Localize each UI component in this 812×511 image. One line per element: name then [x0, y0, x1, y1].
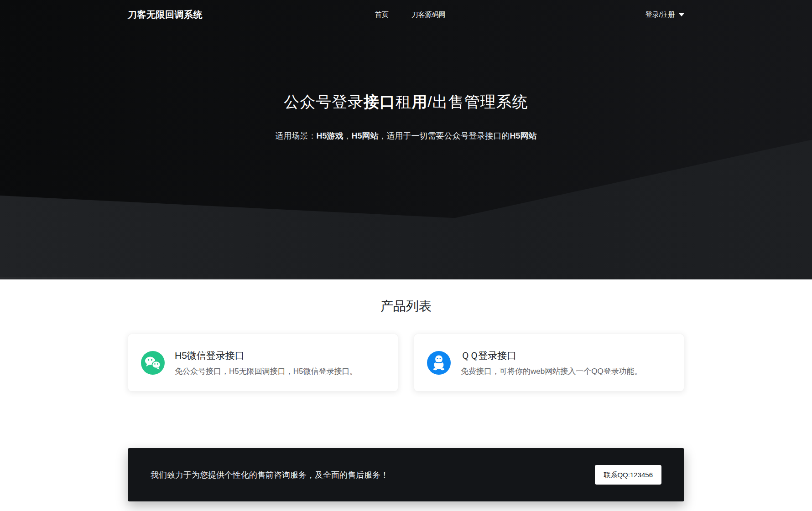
- qq-icon: [427, 351, 451, 375]
- nav-links: 首页 刀客源码网: [375, 0, 446, 29]
- contact-qq-button[interactable]: 联系QQ:123456: [595, 465, 661, 485]
- products-section: 产品列表 H5微信登录接口 免公众号接口，H5无限回调接口，H5微信登录接口。: [128, 279, 684, 392]
- hero-subtitle: 适用场景：H5游戏，H5网站，适用于一切需要公众号登录接口的H5网站: [0, 130, 812, 142]
- hero-section: 刀客无限回调系统 首页 刀客源码网 登录/注册 公众号登录接口租用/出售管理系统…: [0, 0, 812, 279]
- product-title: H5微信登录接口: [175, 349, 357, 362]
- login-register-dropdown[interactable]: 登录/注册: [645, 10, 684, 19]
- product-card-text: ＱＱ登录接口 免费接口，可将你的web网站接入一个QQ登录功能。: [461, 349, 642, 377]
- login-register-label: 登录/注册: [645, 10, 675, 19]
- product-card-text: H5微信登录接口 免公众号接口，H5无限回调接口，H5微信登录接口。: [175, 349, 357, 377]
- page: 刀客无限回调系统 首页 刀客源码网 登录/注册 公众号登录接口租用/出售管理系统…: [0, 0, 812, 511]
- product-description: 免费接口，可将你的web网站接入一个QQ登录功能。: [461, 366, 642, 377]
- hero-title: 公众号登录接口租用/出售管理系统: [0, 91, 812, 113]
- contact-banner-text: 我们致力于为您提供个性化的售前咨询服务，及全面的售后服务！: [151, 470, 389, 480]
- wechat-icon: [141, 351, 165, 375]
- product-card-qq[interactable]: ＱＱ登录接口 免费接口，可将你的web网站接入一个QQ登录功能。: [414, 334, 684, 392]
- navbar: 刀客无限回调系统 首页 刀客源码网 登录/注册: [0, 0, 812, 29]
- product-cards: H5微信登录接口 免公众号接口，H5无限回调接口，H5微信登录接口。 ＱＱ登录接…: [128, 334, 684, 392]
- nav-link-daoke-source[interactable]: 刀客源码网: [411, 10, 446, 19]
- product-card-wechat[interactable]: H5微信登录接口 免公众号接口，H5无限回调接口，H5微信登录接口。: [128, 334, 398, 392]
- brand-title[interactable]: 刀客无限回调系统: [128, 9, 203, 21]
- nav-link-home[interactable]: 首页: [375, 10, 389, 19]
- product-title: ＱＱ登录接口: [461, 349, 642, 362]
- product-description: 免公众号接口，H5无限回调接口，H5微信登录接口。: [175, 366, 357, 377]
- caret-down-icon: [679, 13, 684, 16]
- products-heading: 产品列表: [128, 297, 684, 315]
- contact-banner: 我们致力于为您提供个性化的售前咨询服务，及全面的售后服务！ 联系QQ:12345…: [128, 448, 684, 501]
